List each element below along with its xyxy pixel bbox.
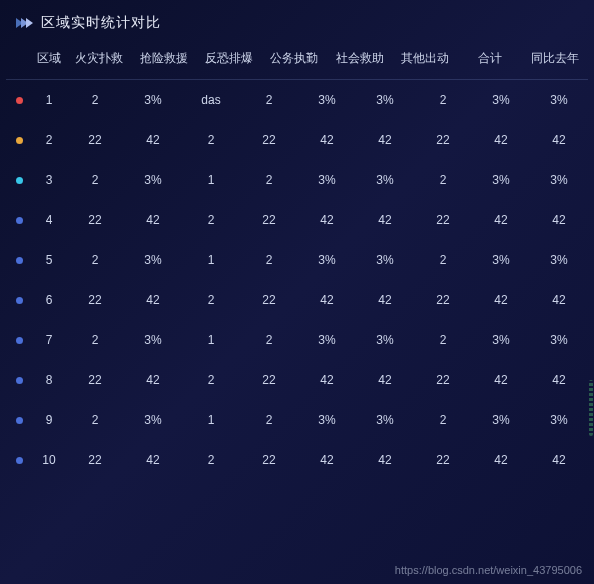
cell: 3% xyxy=(124,333,182,347)
cell: 42 xyxy=(530,373,588,387)
cell: 2 xyxy=(182,453,240,467)
row-index: 2 xyxy=(32,133,66,147)
cell: 3% xyxy=(298,253,356,267)
cell: 42 xyxy=(472,373,530,387)
col-header-region: 区域 xyxy=(32,50,66,67)
cell: 3% xyxy=(356,253,414,267)
cell: 42 xyxy=(530,293,588,307)
cell: 1 xyxy=(182,413,240,427)
cell: 42 xyxy=(472,133,530,147)
cell: 2 xyxy=(66,333,124,347)
cell: 22 xyxy=(66,453,124,467)
cell: 22 xyxy=(240,293,298,307)
cell: 42 xyxy=(298,453,356,467)
table-row: 822422224242224242 xyxy=(6,360,588,400)
cell: 3% xyxy=(298,413,356,427)
row-index: 9 xyxy=(32,413,66,427)
cell: 3% xyxy=(530,93,588,107)
cell: 1 xyxy=(182,173,240,187)
cell: 42 xyxy=(530,213,588,227)
cell: 42 xyxy=(356,373,414,387)
cell: 22 xyxy=(414,373,472,387)
cell: 2 xyxy=(66,93,124,107)
col-header-other: 其他出动 xyxy=(392,50,457,67)
cell: 3% xyxy=(472,413,530,427)
cell: 42 xyxy=(298,293,356,307)
row-dot-icon xyxy=(16,177,23,184)
cell: 2 xyxy=(414,173,472,187)
cell: 22 xyxy=(66,373,124,387)
table-row: 422422224242224242 xyxy=(6,200,588,240)
row-dot-icon xyxy=(16,137,23,144)
chevron-right-icon xyxy=(16,18,31,28)
cell: 2 xyxy=(414,333,472,347)
table-row: 123%das23%3%23%3% xyxy=(6,80,588,120)
cell: 3% xyxy=(530,333,588,347)
cell: 3% xyxy=(530,253,588,267)
col-header-antiterror: 反恐排爆 xyxy=(197,50,262,67)
stats-table: 区域 火灾扑救 抢险救援 反恐排爆 公务执勤 社会救助 其他出动 合计 同比去年… xyxy=(0,42,594,480)
cell: 22 xyxy=(414,293,472,307)
cell: 22 xyxy=(240,213,298,227)
cell: das xyxy=(182,93,240,107)
cell: 22 xyxy=(414,133,472,147)
cell: 2 xyxy=(182,133,240,147)
cell: 42 xyxy=(530,133,588,147)
table-row: 622422224242224242 xyxy=(6,280,588,320)
cell: 2 xyxy=(240,253,298,267)
cell: 3% xyxy=(356,93,414,107)
cell: 22 xyxy=(66,293,124,307)
cell: 42 xyxy=(356,453,414,467)
col-header-yoy: 同比去年 xyxy=(523,50,588,67)
table-row: 222422224242224242 xyxy=(6,120,588,160)
cell: 42 xyxy=(356,213,414,227)
cell: 42 xyxy=(356,133,414,147)
row-index: 6 xyxy=(32,293,66,307)
cell: 22 xyxy=(414,213,472,227)
cell: 2 xyxy=(182,293,240,307)
watermark-text: https://blog.csdn.net/weixin_43795006 xyxy=(395,564,582,576)
cell: 42 xyxy=(356,293,414,307)
cell: 3% xyxy=(124,413,182,427)
row-dot-icon xyxy=(16,297,23,304)
col-header-fire: 火灾扑救 xyxy=(66,50,131,67)
cell: 2 xyxy=(414,253,472,267)
col-header-rescue: 抢险救援 xyxy=(131,50,196,67)
cell: 3% xyxy=(530,413,588,427)
row-index: 4 xyxy=(32,213,66,227)
cell: 42 xyxy=(298,213,356,227)
cell: 42 xyxy=(124,293,182,307)
row-dot-icon xyxy=(16,337,23,344)
cell: 42 xyxy=(124,213,182,227)
cell: 42 xyxy=(472,453,530,467)
cell: 22 xyxy=(414,453,472,467)
cell: 2 xyxy=(66,413,124,427)
cell: 3% xyxy=(530,173,588,187)
cell: 2 xyxy=(240,173,298,187)
cell: 3% xyxy=(356,333,414,347)
table-body: 123%das23%3%23%3%222422224242224242323%1… xyxy=(6,80,588,480)
row-dot-icon xyxy=(16,97,23,104)
cell: 2 xyxy=(414,93,472,107)
row-index: 10 xyxy=(32,453,66,467)
row-dot-icon xyxy=(16,257,23,264)
cell: 3% xyxy=(356,413,414,427)
cell: 1 xyxy=(182,253,240,267)
cell: 2 xyxy=(66,253,124,267)
table-row: 923%123%3%23%3% xyxy=(6,400,588,440)
cell: 42 xyxy=(298,373,356,387)
cell: 42 xyxy=(124,453,182,467)
table-row: 523%123%3%23%3% xyxy=(6,240,588,280)
cell: 3% xyxy=(298,93,356,107)
cell: 22 xyxy=(240,373,298,387)
cell: 42 xyxy=(124,373,182,387)
col-header-duty: 公务执勤 xyxy=(262,50,327,67)
cell: 2 xyxy=(240,413,298,427)
row-index: 3 xyxy=(32,173,66,187)
cell: 22 xyxy=(66,213,124,227)
cell: 2 xyxy=(240,93,298,107)
table-row: 723%123%3%23%3% xyxy=(6,320,588,360)
panel-header: 区域实时统计对比 xyxy=(0,0,594,42)
cell: 3% xyxy=(472,333,530,347)
cell: 2 xyxy=(240,333,298,347)
